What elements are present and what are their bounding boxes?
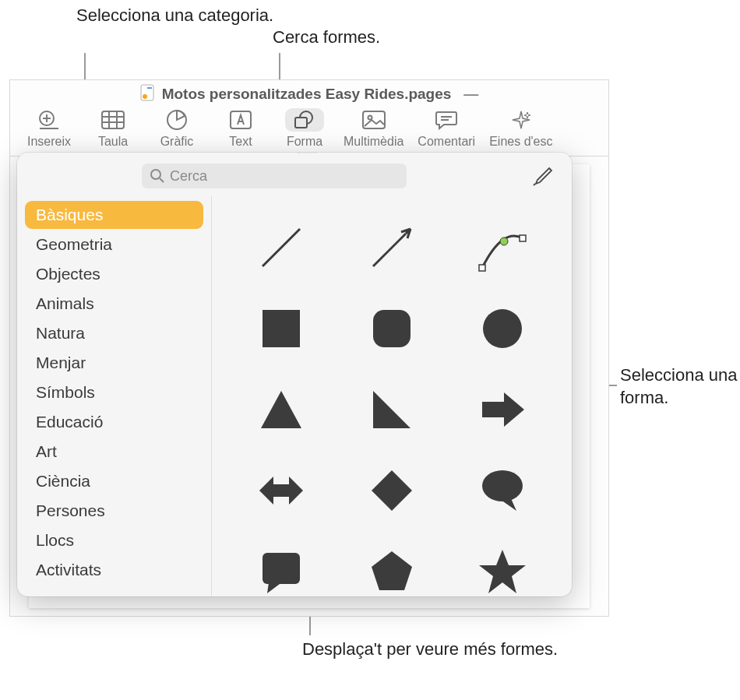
svg-point-1 bbox=[143, 94, 147, 99]
shape-double-arrow[interactable] bbox=[256, 466, 306, 515]
toolbar: Insereix Taula Gràfic Text Forma bbox=[10, 108, 608, 157]
category-activities[interactable]: Activitats bbox=[25, 556, 203, 584]
svg-point-30 bbox=[483, 309, 522, 348]
svg-point-18 bbox=[368, 116, 372, 120]
document-title: Motos personalitzades Easy Rides.pages bbox=[162, 86, 452, 103]
svg-point-31 bbox=[482, 470, 523, 501]
category-science[interactable]: Ciència bbox=[25, 467, 203, 495]
toolbar-table[interactable]: Taula bbox=[88, 108, 138, 149]
toolbar-chart[interactable]: Gràfic bbox=[152, 108, 202, 149]
callout-select-category: Selecciona una categoria. bbox=[76, 5, 273, 27]
doc-icon bbox=[140, 84, 154, 105]
search-icon bbox=[150, 168, 165, 188]
svg-rect-32 bbox=[263, 553, 300, 584]
pen-icon bbox=[532, 166, 554, 186]
toolbar-label: Eines d'esc bbox=[489, 135, 552, 149]
category-basics[interactable]: Bàsiques bbox=[25, 201, 203, 229]
svg-line-23 bbox=[263, 229, 300, 266]
toolbar-label: Text bbox=[229, 135, 252, 149]
toolbar-label: Taula bbox=[98, 135, 128, 149]
toolbar-media[interactable]: Multimèdia bbox=[344, 108, 403, 149]
category-symbols[interactable]: Símbols bbox=[25, 378, 203, 406]
popover-body: Bàsiques Geometria Objectes Animals Natu… bbox=[17, 196, 572, 596]
svg-rect-29 bbox=[373, 310, 411, 347]
shape-diamond[interactable] bbox=[367, 466, 417, 515]
toolbar-label: Comentari bbox=[418, 135, 475, 149]
svg-line-22 bbox=[160, 178, 164, 182]
shape-curve[interactable] bbox=[477, 223, 527, 273]
shape-square[interactable] bbox=[256, 304, 306, 354]
shape-callout-rect[interactable] bbox=[256, 547, 306, 596]
shape-arrow-line[interactable] bbox=[367, 223, 417, 273]
shape-triangle[interactable] bbox=[256, 385, 306, 434]
sparkle-icon bbox=[510, 108, 532, 132]
toolbar-comment[interactable]: Comentari bbox=[418, 108, 475, 149]
shape-right-triangle[interactable] bbox=[367, 385, 417, 434]
category-education[interactable]: Educació bbox=[25, 408, 203, 436]
toolbar-text[interactable]: Text bbox=[216, 108, 266, 149]
toolbar-insert[interactable]: Insereix bbox=[24, 108, 74, 149]
svg-rect-28 bbox=[263, 310, 300, 347]
shapes-grid bbox=[212, 196, 572, 596]
category-animals[interactable]: Animals bbox=[25, 290, 203, 318]
table-icon bbox=[101, 108, 125, 132]
popover-tip bbox=[298, 153, 316, 153]
draw-shape-button[interactable] bbox=[530, 164, 556, 188]
svg-line-24 bbox=[373, 234, 406, 266]
shapes-popover: Bàsiques Geometria Objectes Animals Natu… bbox=[17, 153, 572, 596]
shape-icon bbox=[285, 108, 324, 132]
chart-icon bbox=[166, 108, 188, 132]
text-icon bbox=[230, 108, 252, 132]
toolbar-writing-tools[interactable]: Eines d'esc bbox=[489, 108, 552, 149]
toolbar-label: Multimèdia bbox=[344, 135, 403, 149]
category-nature[interactable]: Natura bbox=[25, 319, 203, 347]
category-sidebar: Bàsiques Geometria Objectes Animals Natu… bbox=[17, 196, 212, 596]
media-icon bbox=[362, 108, 386, 132]
category-food[interactable]: Menjar bbox=[25, 349, 203, 377]
svg-rect-25 bbox=[479, 265, 485, 271]
callout-search-shapes: Cerca formes. bbox=[273, 26, 380, 49]
svg-point-21 bbox=[151, 170, 160, 179]
insert-icon bbox=[38, 108, 60, 132]
shape-rounded-square[interactable] bbox=[367, 304, 417, 354]
popover-header bbox=[17, 153, 572, 196]
category-places[interactable]: Llocs bbox=[25, 526, 203, 554]
shape-line[interactable] bbox=[256, 223, 306, 273]
shape-circle[interactable] bbox=[477, 304, 527, 354]
search-box bbox=[142, 164, 407, 188]
search-input[interactable] bbox=[142, 164, 407, 188]
category-geometry[interactable]: Geometria bbox=[25, 230, 203, 259]
svg-point-27 bbox=[500, 237, 508, 245]
shape-pentagon[interactable] bbox=[367, 547, 417, 596]
title-dash: — bbox=[463, 86, 478, 103]
shape-star[interactable] bbox=[477, 547, 527, 596]
category-objects[interactable]: Objectes bbox=[25, 260, 203, 288]
callout-scroll-more: Desplaça't per veure més formes. bbox=[302, 638, 558, 661]
category-people[interactable]: Persones bbox=[25, 497, 203, 525]
svg-rect-8 bbox=[102, 111, 124, 128]
callout-select-shape: Selecciona una forma. bbox=[620, 364, 740, 409]
shape-arrow-right[interactable] bbox=[477, 385, 527, 434]
category-art[interactable]: Art bbox=[25, 438, 203, 466]
svg-rect-17 bbox=[363, 111, 385, 128]
shape-speech-bubble[interactable] bbox=[477, 466, 527, 515]
comment-icon bbox=[435, 108, 457, 132]
svg-rect-2 bbox=[147, 87, 152, 89]
toolbar-label: Forma bbox=[287, 135, 322, 149]
toolbar-label: Insereix bbox=[27, 135, 71, 149]
svg-rect-26 bbox=[520, 235, 526, 241]
toolbar-shape[interactable]: Forma bbox=[280, 108, 329, 149]
svg-rect-16 bbox=[295, 118, 307, 128]
toolbar-label: Gràfic bbox=[160, 135, 194, 149]
titlebar: Motos personalitzades Easy Rides.pages — bbox=[10, 80, 608, 108]
